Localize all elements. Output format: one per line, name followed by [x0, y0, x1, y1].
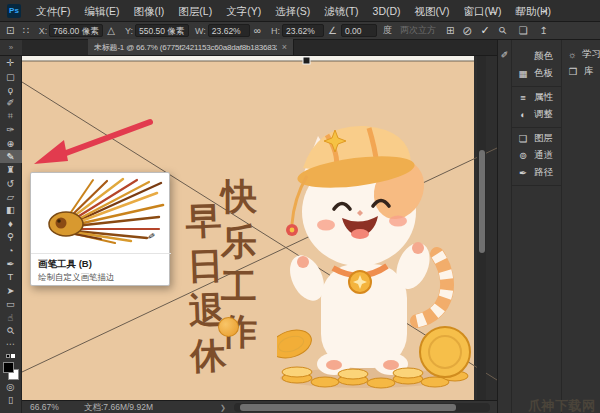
hand-tool[interactable]: ☝ — [0, 310, 22, 323]
menu-file[interactable]: 文件(F) — [29, 0, 77, 22]
canvas-horizontal-scrollbar[interactable] — [234, 403, 490, 412]
cancel-transform-icon[interactable]: ⊘ — [462, 24, 472, 38]
layers-icon: ❏ — [517, 133, 529, 144]
default-colors-icon[interactable] — [6, 352, 15, 360]
photoshop-window: Ps 文件(F) 编辑(E) 图像(I) 图层(L) 文字(Y) 选择(S) 滤… — [0, 0, 600, 413]
panel-group-layers: ❏ 图层 ⊚ 通道 ✒ 路径 — [512, 128, 561, 186]
screen-mode-button[interactable]: ▯ — [0, 393, 22, 406]
window-controls: – □ × — [486, 0, 552, 22]
status-bar: 66.67% 文档:7.66M/9.92M ❯ — [22, 400, 497, 413]
healing-brush-tool[interactable]: ⊕ — [0, 136, 22, 149]
horizontal-scrollbar-thumb[interactable] — [240, 404, 456, 411]
menu-image[interactable]: 图像(I) — [126, 0, 171, 22]
panel-swatches[interactable]: ▦ 色板 — [512, 65, 561, 82]
menu-type[interactable]: 文字(Y) — [219, 0, 268, 22]
panel-layers[interactable]: ❏ 图层 — [512, 130, 561, 147]
blur-tool[interactable]: ♦ — [0, 217, 22, 230]
eyedropper-tool[interactable]: ✑ — [0, 123, 22, 136]
dodge-tool[interactable]: ⚲ — [0, 230, 22, 243]
lightbulb-icon: ☼ — [567, 49, 577, 60]
tool-options-bar: ⊡ ∷ X: 766.00 像素 △ Y: 550.50 像素 W: 23.62… — [0, 22, 600, 40]
document-size-info: 文档:7.66M/9.92M — [84, 402, 153, 413]
zoom-level[interactable]: 66.67% — [30, 402, 59, 413]
brushes-panel-icon[interactable]: ✐ — [498, 50, 511, 60]
menu-layer[interactable]: 图层(L) — [171, 0, 219, 22]
crop-tool[interactable]: ⌗ — [0, 110, 22, 123]
document-tab[interactable]: 未标题-1 @ 66.7% (6775f2421153c60a8daf8b183… — [88, 39, 294, 55]
path-selection-tool[interactable]: ➤ — [0, 284, 22, 297]
rectangle-tool[interactable]: ▭ — [0, 297, 22, 310]
zoom-tool[interactable]: ⚲ — [0, 324, 22, 337]
width-input[interactable]: 23.62% — [208, 24, 250, 37]
panel-channels[interactable]: ⊚ 通道 — [512, 147, 561, 164]
panel-learn[interactable]: ☼ 学习 — [562, 46, 600, 63]
quick-mask-button[interactable]: ◎ — [0, 380, 22, 393]
panel-adjustments[interactable]: ◐ 调整 — [512, 106, 561, 123]
type-tool[interactable]: T — [0, 270, 22, 283]
libraries-icon: ❒ — [567, 66, 579, 77]
x-input[interactable]: 766.00 像素 — [49, 24, 103, 37]
clone-stamp-tool[interactable]: ♜ — [0, 163, 22, 176]
tooltip-title: 画笔工具 (B) — [38, 258, 92, 271]
toolbar-collapse[interactable]: » — [0, 40, 22, 56]
y-label: Y: — [125, 26, 133, 36]
brush-tool[interactable]: ✎ — [0, 150, 22, 163]
relative-position-icon[interactable]: △ — [107, 25, 115, 36]
panel-group-properties: ≡ 属性 ◐ 调整 — [512, 87, 561, 128]
minimize-button[interactable]: – — [486, 0, 500, 22]
edit-toolbar-button[interactable]: ⋯ — [0, 337, 22, 350]
workspace-switcher-icon[interactable]: ❏ — [519, 25, 528, 36]
commit-transform-icon[interactable]: ✓ — [480, 24, 489, 37]
menu-3d[interactable]: 3D(D) — [366, 0, 408, 22]
panel-group-color: 颜色 ▦ 色板 — [512, 46, 561, 87]
height-input[interactable]: 23.62% — [282, 24, 324, 37]
transform-bbox-icon: ⊡ — [6, 25, 14, 36]
close-button[interactable]: × — [538, 0, 552, 22]
menu-select[interactable]: 选择(S) — [268, 0, 317, 22]
panel-color[interactable]: 颜色 — [512, 48, 561, 65]
angle-input[interactable]: 0.00 — [341, 24, 377, 37]
foreground-color-swatch[interactable] — [3, 362, 14, 373]
share-icon[interactable]: ↥ — [540, 25, 548, 36]
tooltip-description: 绘制自定义画笔描边 — [38, 272, 115, 284]
lasso-tool[interactable]: ϙ — [0, 83, 22, 96]
canvas-area: 快乐工作 早日退休 — [22, 56, 497, 400]
options-right-icons: ⚲ ❏ ↥ — [499, 25, 548, 36]
object-selection-tool[interactable]: ✐ — [0, 96, 22, 109]
move-tool[interactable]: ✛ — [0, 56, 22, 69]
eraser-tool[interactable]: ▱ — [0, 190, 22, 203]
link-dimensions-icon[interactable]: ∞ — [254, 25, 261, 36]
tab-close-icon[interactable]: × — [282, 42, 287, 52]
menu-filter[interactable]: 滤镜(T) — [317, 0, 365, 22]
menu-edit[interactable]: 编辑(E) — [77, 0, 126, 22]
tooltip-divider — [31, 253, 171, 254]
document-tab-bar: 未标题-1 @ 66.7% (6775f2421153c60a8daf8b183… — [22, 40, 497, 56]
history-brush-tool[interactable]: ↺ — [0, 177, 22, 190]
warp-mode-icon[interactable]: ⊞ — [446, 25, 454, 36]
h-label: H: — [271, 26, 280, 36]
panel-paths[interactable]: ✒ 路径 — [512, 164, 561, 181]
reference-point-icon[interactable]: ∷ — [22, 25, 28, 36]
panel-properties[interactable]: ≡ 属性 — [512, 89, 561, 106]
maximize-button[interactable]: □ — [512, 0, 526, 22]
panel-libraries[interactable]: ❒ 库 — [562, 63, 600, 80]
gradient-tool[interactable]: ◧ — [0, 203, 22, 216]
search-icon[interactable]: ⚲ — [496, 24, 509, 37]
vertical-scrollbar-thumb[interactable] — [479, 150, 485, 253]
menu-view[interactable]: 视图(V) — [408, 0, 457, 22]
marquee-tool[interactable]: ▢ — [0, 69, 22, 82]
brush-preview-image — [33, 175, 167, 251]
paths-icon: ✒ — [517, 167, 529, 178]
y-input[interactable]: 550.50 像素 — [135, 24, 189, 37]
site-watermark: 爪神下载网 — [528, 397, 596, 413]
far-right-panels-column: ☼ 学习 ❒ 库 — [562, 40, 600, 413]
slogan-retire-early: 早日退休 — [183, 197, 229, 378]
status-expander-icon[interactable]: ❯ — [220, 402, 226, 413]
canvas-vertical-scrollbar[interactable] — [477, 56, 486, 400]
angle-unit: 度 — [383, 24, 392, 37]
menu-bar: Ps 文件(F) 编辑(E) 图像(I) 图层(L) 文字(Y) 选择(S) 滤… — [0, 0, 600, 22]
foreground-background-swatches[interactable] — [3, 362, 19, 380]
burn-tool[interactable]: ◔ — [0, 243, 22, 256]
angle-icon: ∠ — [328, 25, 337, 36]
pen-tool[interactable]: ✒ — [0, 257, 22, 270]
